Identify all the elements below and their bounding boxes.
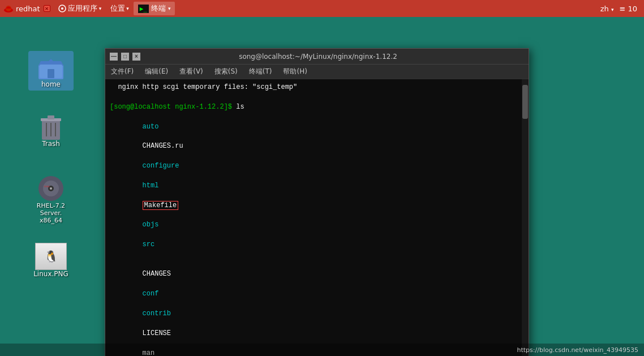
terminal-taskbar-icon: ▶_ (138, 5, 149, 13)
status-bar: https://blog.csdn.net/weixin_43949535 (0, 344, 644, 356)
term-line-1: nginx http scgi temporary files: "scgi_t… (110, 83, 524, 92)
menu-terminal[interactable]: 终端(T) (247, 66, 274, 78)
svg-point-3 (61, 7, 63, 10)
terminal-body[interactable]: nginx http scgi temporary files: "scgi_t… (105, 79, 529, 356)
location-arrow: ▾ (126, 6, 129, 11)
minimize-button[interactable]: — (110, 53, 118, 61)
term-line-ls: [song@localhost nginx-1.12.2]$ ls (110, 102, 524, 112)
makefile-highlight: Makefile (143, 201, 179, 210)
trash-icon-label: Trash (42, 140, 60, 148)
svg-text:RHEL: RHEL (44, 185, 50, 188)
taskbar-close-button[interactable]: × (44, 5, 50, 12)
scrollbar-thumb[interactable] (522, 85, 528, 119)
apps-arrow: ▾ (99, 6, 102, 11)
taskbar-logo-text: redhat (16, 5, 40, 13)
apps-label: 应用程序 (68, 3, 97, 14)
rhel-icon-label: RHEL-7.2 Server. x86_64 (28, 202, 74, 224)
terminal-menubar: 文件(F) 编辑(E) 查看(V) 搜索(S) 终端(T) 帮助(H) (105, 65, 529, 79)
terminal-window: — □ × song@localhost:~/MyLinux/nginx/ngi… (105, 48, 529, 356)
svg-rect-6 (48, 69, 54, 78)
apps-menu[interactable]: 应用程序 ▾ (54, 2, 106, 15)
linux-png-label: Linux.PNG (33, 270, 68, 278)
desktop-icon-home[interactable]: home (28, 51, 74, 91)
terminal-taskbar-button[interactable]: ▶_ 终端 ▾ (134, 2, 175, 15)
location-label: 位置 (110, 3, 125, 14)
location-menu[interactable]: 位置 ▾ (106, 2, 134, 15)
apps-icon (58, 5, 66, 12)
menu-search[interactable]: 搜索(S) (212, 66, 240, 78)
system-menu[interactable]: ≡ 10 (619, 5, 637, 13)
term-ls-out-2: CHANGES conf contrib LICENSE man README (110, 260, 524, 356)
status-url: https://blog.csdn.net/weixin_43949535 (517, 346, 638, 354)
taskbar: redhat × 应用程序 ▾ 位置 ▾ ▶_ 终端 ▾ zh ▾ ≡ 10 (0, 0, 644, 17)
terminal-window-controls: — □ × (110, 53, 140, 61)
menu-view[interactable]: 查看(V) (177, 66, 205, 78)
redhat-icon (3, 3, 14, 14)
trash-bin-icon (38, 113, 63, 140)
close-button[interactable]: × (132, 53, 140, 61)
linux-png-thumbnail: 🐧 (35, 243, 67, 270)
terminal-title: song@localhost:~/MyLinux/nginx/nginx-1.1… (140, 53, 496, 61)
menu-edit[interactable]: 编辑(E) (143, 66, 170, 78)
menu-help[interactable]: 帮助(H) (281, 66, 309, 78)
desktop-icon-rhel[interactable]: RHEL RHEL-7.2 Server. x86_64 (28, 173, 74, 226)
desktop-icon-trash[interactable]: Trash (28, 110, 74, 150)
scrollbar-track[interactable] (522, 79, 529, 356)
svg-rect-9 (48, 115, 54, 119)
lang-switcher[interactable]: zh ▾ (600, 5, 614, 13)
menu-file[interactable]: 文件(F) (109, 66, 136, 78)
desktop-icon-linux-png[interactable]: 🐧 Linux.PNG (28, 241, 74, 280)
terminal-taskbar-arrow: ▾ (168, 6, 171, 11)
rhel-disc-icon: RHEL (37, 175, 65, 202)
desktop: home Trash RHEL RHEL-7.2 Server. x86_64 … (0, 17, 644, 356)
taskbar-logo-area[interactable]: redhat × (0, 3, 54, 14)
terminal-titlebar: — □ × song@localhost:~/MyLinux/nginx/ngi… (105, 49, 529, 65)
close-x: × (45, 6, 49, 11)
terminal-taskbar-label: 终端 (151, 3, 166, 14)
home-icon-label: home (41, 80, 61, 88)
taskbar-right: zh ▾ ≡ 10 (600, 5, 644, 13)
maximize-button[interactable]: □ (121, 53, 129, 61)
term-ls-out-1: auto CHANGES.ru configure html Makefile … (110, 112, 524, 260)
term-line-blank (110, 92, 524, 102)
home-folder-icon (37, 53, 65, 80)
